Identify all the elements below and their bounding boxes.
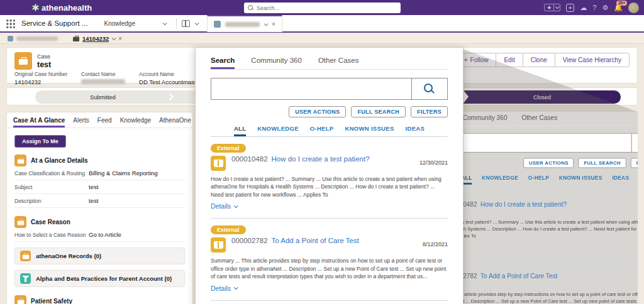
funnel-icon [20, 273, 31, 284]
view-case-hierarchy-button[interactable]: View Case Hierarchy [555, 53, 630, 67]
close-icon[interactable]: × [118, 36, 122, 42]
article-title-link[interactable]: To Add a Point of Care Test [480, 273, 557, 280]
chevron-down-icon[interactable] [112, 36, 116, 40]
athenahealth-logo: athenahealth [31, 3, 92, 13]
filter-o-help[interactable]: O-HELP [528, 175, 549, 185]
article-date: 8/12/2021 [629, 277, 638, 283]
nav-item-knowledge[interactable]: Knowledge [104, 20, 135, 27]
details-toggle[interactable]: Details [211, 202, 237, 210]
subtab-case[interactable]: 14104232 × [73, 35, 122, 42]
go-to-article-link[interactable]: Go to Article [89, 231, 121, 238]
filter-ideas[interactable]: IDEAS [612, 175, 629, 185]
article-title-link[interactable]: How do I create a test patient? [272, 155, 370, 163]
section-title: Case Reason [31, 219, 70, 225]
full-search-button[interactable]: FULL SEARCH [351, 106, 406, 117]
tab-community-360[interactable]: Community 360 [251, 57, 302, 69]
close-icon[interactable]: × [272, 21, 275, 28]
favorites-button[interactable]: ★ [544, 4, 560, 11]
article-date: 12/30/2021 [629, 205, 638, 210]
leaf-icon [31, 4, 39, 11]
record-icon [214, 21, 221, 28]
section-case-icon [14, 216, 26, 228]
article-title-link[interactable]: How do I create a test patient? [480, 201, 567, 208]
article-book-icon [211, 156, 226, 171]
tab-search[interactable]: Search [211, 57, 235, 69]
user-actions-button[interactable]: USER ACTIONS [523, 158, 574, 168]
kcs-search-box [211, 78, 448, 100]
tab-other-cases[interactable]: Other Cases [318, 57, 359, 69]
search-result: External 000010482How do I create a test… [211, 137, 448, 219]
filter-all[interactable]: ALL [234, 125, 246, 136]
kcs-search-button[interactable] [631, 134, 638, 152]
subtab-contact[interactable] [8, 36, 58, 41]
chevron-down-icon[interactable] [163, 21, 167, 25]
tab-alerts[interactable]: Alerts [73, 117, 89, 128]
article-number: 000010482 [231, 155, 268, 163]
classification-link[interactable]: Billing & Claims Reporting [89, 170, 158, 176]
field-original-case-number: Original Case Number 14104232 [14, 71, 67, 85]
help-icon[interactable]: ? [592, 4, 596, 11]
redacted-contact-name [81, 79, 125, 84]
edit-button[interactable]: Edit [496, 53, 523, 67]
path-stage-closed[interactable]: Closed [464, 90, 621, 104]
knowledge-search-popup: Search Community 360 Other Cases USER AC… [195, 47, 464, 304]
global-search-input[interactable] [257, 5, 397, 11]
filter-known-issues[interactable]: KNOWN ISSUES [345, 125, 394, 136]
star-icon: ★ [545, 4, 554, 11]
article-title-link[interactable]: To Add a Point of Care Test [272, 237, 359, 244]
avatar[interactable] [628, 3, 639, 13]
filter-known-issues[interactable]: KNOWN ISSUES [559, 175, 602, 185]
global-header: athenahealth ★ + ☁ ? ⚙ 🔔20+ [0, 0, 644, 15]
subtab-bar: 14104232 × [0, 34, 644, 44]
tab-athenaone[interactable]: AthenaOne [159, 117, 191, 128]
user-actions-button[interactable]: USER ACTIONS [289, 106, 346, 117]
notifications-bell-icon[interactable]: 🔔20+ [614, 4, 623, 11]
kcs-search-button[interactable] [411, 79, 447, 99]
record-icon [8, 36, 13, 41]
article-number: 000002782 [231, 237, 268, 244]
filter-o-help[interactable]: O-HELP [310, 125, 334, 136]
detail-row: Description test [14, 194, 185, 208]
filter-ideas[interactable]: IDEAS [406, 125, 425, 136]
path-stage-submitted[interactable]: Submitted [35, 90, 170, 104]
section-title: Patient Safety [31, 298, 72, 304]
case-title: test [37, 60, 51, 69]
case-object-icon [14, 52, 32, 70]
cloud-icon[interactable]: ☁ [580, 4, 587, 11]
tab-feed[interactable]: Feed [97, 117, 112, 128]
tab-knowledge[interactable]: Knowledge [120, 117, 151, 128]
chevron-down-icon[interactable] [264, 21, 269, 26]
filter-knowledge[interactable]: KNOWLEDGE [482, 175, 518, 185]
filters-button[interactable]: FILTERS [411, 106, 448, 117]
athenaone-records-section[interactable]: athenaOne Records (0) [14, 247, 185, 264]
filters-button[interactable]: FILTERS [631, 158, 638, 168]
full-search-button[interactable]: FULL SEARCH [579, 158, 626, 168]
case-number-link[interactable]: 14104232 [82, 35, 109, 42]
section-title: At a Glance Details [31, 157, 88, 164]
external-badge: External [211, 225, 246, 234]
assign-to-me-button[interactable]: Assign To Me [14, 135, 66, 148]
alpha-beta-practices-section[interactable]: Alpha and Beta Practices for Parent Acco… [14, 270, 185, 287]
notification-count-badge: 20+ [616, 1, 627, 6]
quick-create-icon[interactable]: + [566, 4, 574, 12]
filter-knowledge[interactable]: KNOWLEDGE [257, 125, 299, 136]
field-contact-name: Contact Name [81, 71, 125, 85]
clone-button[interactable]: Clone [523, 53, 555, 67]
tab-community-360[interactable]: Community 360 [463, 114, 508, 126]
popup-tabs: Search Community 360 Other Cases [211, 57, 448, 70]
workspace-tab[interactable]: × [207, 14, 282, 32]
app-name[interactable]: Service & Support ... [21, 19, 87, 27]
book-icon[interactable] [182, 20, 190, 27]
search-icon [424, 84, 435, 95]
tab-case-at-a-glance[interactable]: Case At A Glance [13, 117, 65, 128]
setup-gear-icon[interactable]: ⚙ [602, 4, 608, 11]
app-launcher-icon[interactable] [6, 19, 15, 28]
tab-other-cases[interactable]: Other Cases [521, 114, 557, 126]
global-search[interactable] [244, 3, 401, 13]
article-book-icon [211, 237, 226, 252]
kcs-search-input[interactable] [211, 79, 411, 99]
chevron-down-icon[interactable] [195, 21, 199, 25]
section-case-icon [14, 155, 26, 166]
case-tabs: Case At A Glance Alerts Feed Knowledge A… [7, 112, 192, 128]
details-toggle[interactable]: Details [211, 285, 237, 292]
